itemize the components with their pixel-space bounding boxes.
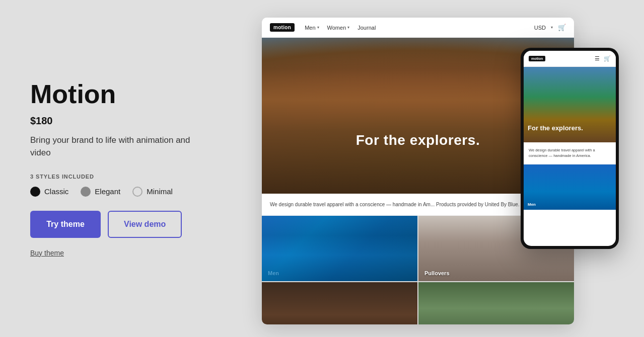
grid-item-surfer: Men	[262, 216, 417, 281]
theme-title: Motion	[30, 80, 242, 109]
style-radio-elegant	[81, 187, 91, 197]
mobile-logo: motion	[529, 56, 545, 61]
try-theme-button[interactable]: Try theme	[30, 211, 101, 238]
styles-label: 3 STYLES INCLUDED	[30, 174, 242, 180]
style-radio-minimal	[132, 187, 142, 197]
currency-selector[interactable]: USD	[534, 25, 546, 31]
mobile-hero-text: For the explorers.	[528, 124, 612, 132]
style-options: Classic Elegant Minimal	[30, 187, 242, 197]
men-chevron-icon: ▾	[317, 25, 319, 30]
mobile-navbar: motion ☰ 🛒	[524, 51, 616, 67]
mobile-cart-icon[interactable]: 🛒	[604, 55, 611, 62]
action-buttons: Try theme View demo	[30, 211, 242, 238]
right-panel: motion Men ▾ Women ▾ Journal USD	[262, 18, 614, 319]
grid-label-men: Men	[268, 270, 279, 276]
mobile-grid-image: Men	[524, 164, 616, 210]
mobile-screen: motion ☰ 🛒 For the explorers. We design …	[524, 51, 616, 246]
mobile-hero: For the explorers.	[524, 67, 616, 142]
currency-chevron-icon: ▾	[551, 25, 553, 30]
style-radio-classic	[30, 187, 40, 197]
preview-navbar: motion Men ▾ Women ▾ Journal USD	[262, 18, 574, 38]
buy-theme-link[interactable]: Buy theme	[30, 249, 242, 257]
theme-price: $180	[30, 115, 242, 127]
style-label-elegant: Elegant	[95, 187, 120, 196]
grid-item-hiker	[418, 282, 574, 324]
preview-nav-items: Men ▾ Women ▾ Journal	[305, 25, 524, 31]
left-panel: Motion $180 Bring your brand to life wit…	[30, 80, 242, 257]
preview-nav-women[interactable]: Women ▾	[327, 25, 350, 31]
grid-item-cooking	[262, 282, 417, 324]
cart-icon[interactable]: 🛒	[558, 24, 566, 31]
style-option-elegant[interactable]: Elegant	[81, 187, 120, 197]
preview-nav-journal[interactable]: Journal	[357, 25, 376, 31]
women-chevron-icon: ▾	[347, 25, 349, 30]
theme-description: Bring your brand to life with animation …	[30, 134, 201, 159]
mobile-desc: We design durable travel apparel with a …	[524, 142, 616, 164]
preview-nav-men[interactable]: Men ▾	[305, 25, 319, 31]
preview-nav-right: USD ▾ 🛒	[534, 24, 566, 31]
mobile-menu-icon[interactable]: ☰	[595, 55, 600, 62]
grid-label-pullovers: Pullovers	[424, 270, 450, 276]
mobile-preview: motion ☰ 🛒 For the explorers. We design …	[521, 48, 619, 249]
view-demo-button[interactable]: View demo	[108, 211, 182, 238]
mobile-nav-icons: ☰ 🛒	[595, 55, 611, 62]
style-label-classic: Classic	[44, 187, 68, 196]
style-label-minimal: Minimal	[147, 187, 173, 196]
preview-logo: motion	[270, 23, 295, 32]
style-option-minimal[interactable]: Minimal	[132, 187, 173, 197]
mobile-grid-label: Men	[528, 202, 536, 207]
page-container: Motion $180 Bring your brand to life wit…	[0, 0, 644, 337]
style-option-classic[interactable]: Classic	[30, 187, 68, 197]
